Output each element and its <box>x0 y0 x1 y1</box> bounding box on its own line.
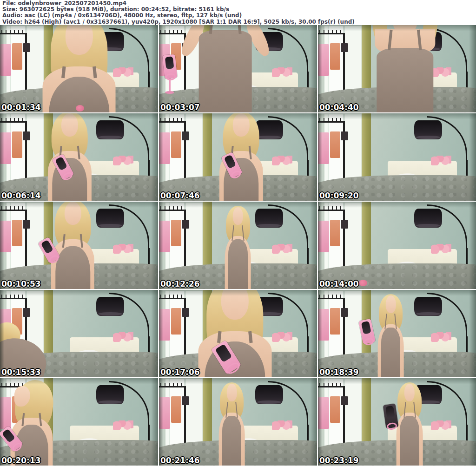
clothes-rack-bar <box>318 210 345 211</box>
face <box>226 384 237 401</box>
right-edge-shadow <box>310 202 317 289</box>
clothes-rack-post <box>343 298 345 361</box>
timestamp-overlay: 00:20:13 <box>1 456 41 465</box>
timestamp-overlay: 00:07:46 <box>160 191 200 200</box>
timestamp-overlay: 00:01:34 <box>1 103 41 112</box>
flower-bouquet <box>272 420 292 430</box>
thumbnail-image <box>0 290 158 377</box>
thumbnail-grid: 00:01:34 00:03:07 00:04:40 00:06:14 00:0… <box>0 25 476 466</box>
thumbnail-image <box>318 25 476 112</box>
clothes-rack-post <box>184 210 186 272</box>
right-edge-shadow <box>310 290 317 377</box>
garment-peach <box>330 308 340 334</box>
timestamp-overlay: 00:09:20 <box>319 191 359 200</box>
person-figure <box>203 382 260 466</box>
clothes-rack-bar <box>159 386 186 387</box>
lamp-shade <box>414 120 442 139</box>
person-figure <box>359 25 450 112</box>
dress <box>400 416 419 466</box>
right-edge-shadow <box>469 202 476 289</box>
garment-dark <box>341 131 348 140</box>
garment-peach <box>330 396 340 422</box>
video-thumbnail: 00:14:00 <box>318 202 476 289</box>
thumbnail-image <box>0 25 158 112</box>
garment-dark <box>182 308 189 317</box>
top-edge-shadow <box>318 113 476 119</box>
left-edge-shadow <box>159 378 163 466</box>
right-edge-shadow <box>310 113 317 201</box>
clothes-rack-post <box>25 210 27 272</box>
dress <box>55 246 90 289</box>
top-edge-shadow <box>318 378 476 384</box>
flower-bouquet <box>272 67 292 77</box>
clothes-rack-bar <box>159 121 186 123</box>
garment-peach <box>330 43 340 69</box>
top-edge-shadow <box>0 290 158 296</box>
clothes-rack-bar <box>318 298 345 299</box>
flower-bouquet <box>113 156 133 165</box>
clothes-rack-post <box>343 33 345 96</box>
right-edge-shadow <box>469 25 476 112</box>
timestamp-overlay: 00:23:19 <box>319 456 359 465</box>
thumbnail-image <box>0 202 158 289</box>
left-edge-shadow <box>159 290 163 377</box>
clothes-rack-post <box>184 121 186 184</box>
top-edge-shadow <box>0 25 158 31</box>
curtain <box>362 202 371 268</box>
thumbnail-image <box>318 113 476 201</box>
thumbnail-image <box>159 25 317 112</box>
right-edge-shadow <box>151 113 158 201</box>
garment-peach <box>171 131 181 158</box>
garment-dark <box>341 220 348 229</box>
curtain <box>362 378 371 445</box>
video-thumbnail: 00:18:39 <box>318 290 476 377</box>
garment-dark <box>341 43 348 52</box>
person-figure <box>0 380 68 466</box>
left-edge-shadow <box>318 113 322 201</box>
thumbnail-image <box>318 202 476 289</box>
video-thumbnail: 00:06:14 <box>0 113 158 201</box>
video-thumbnail: 00:01:34 <box>0 25 158 112</box>
clothes-rack-bar <box>0 121 27 123</box>
video-thumbnail: 00:04:40 <box>318 25 476 112</box>
curtain <box>362 113 371 180</box>
lamp-shade <box>414 209 442 228</box>
video-thumbnail: 00:09:20 <box>318 113 476 201</box>
video-thumbnail: 00:21:46 <box>159 378 317 466</box>
top-edge-shadow <box>318 25 476 31</box>
left-edge-shadow <box>0 25 4 112</box>
garment-peach <box>12 43 22 69</box>
clothes-rack-bar <box>0 298 27 299</box>
person-figure <box>205 113 278 201</box>
left-edge-shadow <box>159 113 163 201</box>
pink-microphone <box>163 54 178 79</box>
flower-bouquet <box>431 156 451 165</box>
top-edge-shadow <box>0 113 158 119</box>
right-edge-shadow <box>469 113 476 201</box>
garment-dark <box>182 396 189 405</box>
face <box>385 295 396 313</box>
dress <box>199 30 252 112</box>
right-edge-shadow <box>310 25 317 112</box>
clothes-rack-post <box>343 386 345 449</box>
top-edge-shadow <box>0 378 158 384</box>
lamp-shade <box>96 297 124 316</box>
right-edge-shadow <box>151 202 158 289</box>
left-edge-shadow <box>318 290 322 377</box>
person-figure <box>181 25 270 112</box>
left-edge-shadow <box>0 202 4 289</box>
left-edge-shadow <box>159 25 163 112</box>
garment-dark <box>23 220 30 229</box>
top-edge-shadow <box>159 25 317 31</box>
timestamp-overlay: 00:21:46 <box>160 456 200 465</box>
file-info-line: Video: h264 (High) (avc1 / 0x31637661), … <box>2 19 476 25</box>
clothes-rack-post <box>343 121 345 184</box>
garment-peach <box>330 131 340 158</box>
right-edge-shadow <box>310 378 317 466</box>
clothes-rack-post <box>343 210 345 272</box>
left-edge-shadow <box>318 25 322 112</box>
video-thumbnail: 00:12:26 <box>159 202 317 289</box>
video-thumbnail: 00:15:33 <box>0 290 158 377</box>
file-info-header: File: odelynbrower_202507201450.mp4Size:… <box>0 0 476 25</box>
thumbnail-image <box>159 290 317 377</box>
